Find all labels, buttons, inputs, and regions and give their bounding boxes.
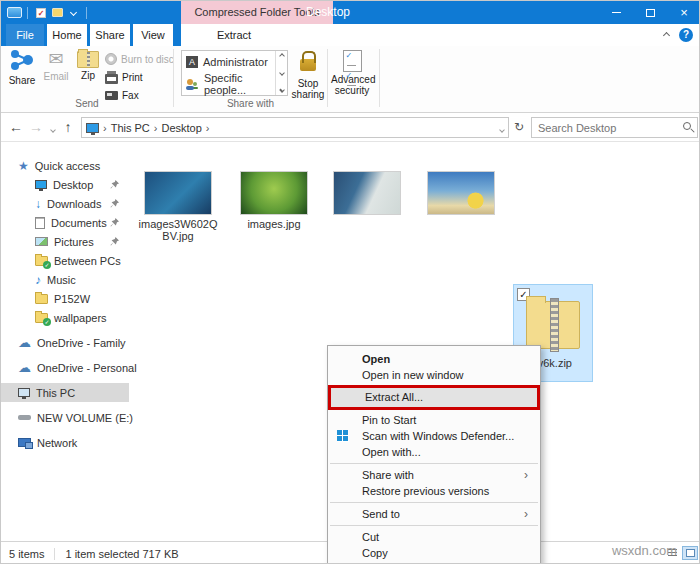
forward-button[interactable]: → (27, 113, 45, 142)
sidebar-item-documents[interactable]: Documents (1, 213, 129, 232)
image-thumbnail (333, 171, 401, 215)
refresh-button[interactable]: ↻ (511, 113, 527, 142)
windows-defender-icon (337, 430, 349, 442)
sidebar-item-onedrive-personal[interactable]: ☁ OneDrive - Personal (1, 358, 129, 377)
sidebar-item-downloads[interactable]: ↓ Downloads (1, 194, 129, 213)
menu-item-cut[interactable]: Cut (328, 529, 540, 545)
search-box (531, 117, 698, 138)
up-button[interactable]: ↑ (59, 113, 77, 142)
breadcrumb-this-pc[interactable]: This PC (111, 122, 150, 134)
breadcrumb[interactable]: › This PC › Desktop › (81, 117, 509, 138)
lock-icon (300, 59, 316, 71)
help-icon[interactable]: ? (679, 28, 693, 42)
menu-item-restore-previous-versions[interactable]: Restore previous versions (328, 483, 540, 499)
menu-item-extract-all[interactable]: Extract All... (331, 388, 537, 407)
sidebar-item-wallpapers[interactable]: wallpapers (1, 308, 129, 327)
sidebar-item-desktop[interactable]: Desktop (1, 175, 129, 194)
new-folder-qat-button[interactable] (49, 6, 65, 20)
large-icons-view-button[interactable] (682, 546, 698, 560)
disc-icon (105, 53, 117, 65)
sidebar-item-label: Music (47, 274, 76, 286)
sidebar-item-quick-access[interactable]: ★ Quick access (1, 156, 129, 175)
file-tile-images-jpg[interactable]: images.jpg (231, 171, 317, 230)
network-icon (18, 438, 31, 447)
submenu-arrow-icon: › (524, 467, 528, 483)
sidebar-item-network[interactable]: Network (1, 433, 129, 452)
file-tile-images3w602qbv[interactable]: images3W602QBV.jpg (135, 171, 221, 242)
maximize-button[interactable] (633, 1, 667, 24)
ribbon-separator (327, 49, 328, 107)
menu-item-label: Send to (362, 508, 400, 520)
burn-to-disc-label: Burn to disc (121, 54, 174, 65)
share-with-administrator[interactable]: A Administrator (182, 51, 287, 73)
navigation-pane: ★ Quick access Desktop ↓ Downloads Docum… (1, 142, 129, 541)
print-button[interactable]: Print (105, 69, 143, 85)
back-button[interactable]: ← (7, 113, 25, 142)
sidebar-item-pictures[interactable]: Pictures (1, 232, 129, 251)
tab-extract[interactable]: Extract (197, 24, 271, 46)
sidebar-item-this-pc[interactable]: This PC (1, 383, 129, 402)
desktop-icon (35, 180, 47, 189)
zip-button[interactable]: Zip (73, 49, 103, 81)
zip-label: Zip (73, 70, 103, 81)
pin-icon (110, 218, 119, 227)
email-button[interactable]: ✉ Email (41, 49, 71, 82)
close-icon: × (680, 1, 688, 24)
scroll-up-icon (279, 53, 285, 59)
menu-item-send-to[interactable]: Send to › (328, 506, 540, 522)
search-icon[interactable] (683, 122, 691, 130)
share-button[interactable]: Share (7, 49, 37, 86)
file-tile-hidden-1[interactable] (327, 171, 407, 218)
menu-item-open[interactable]: Open (328, 351, 540, 367)
menu-item-open-with[interactable]: Open with... (328, 444, 540, 460)
close-button[interactable]: × (667, 1, 700, 24)
synced-folder-icon (35, 256, 48, 266)
this-pc-icon (86, 123, 99, 133)
address-dropdown-button[interactable] (500, 122, 504, 134)
tab-file[interactable]: File (6, 24, 44, 46)
explorer-window: ✓ Compressed Folder Tools Desktop × File… (0, 0, 700, 564)
minimize-button[interactable] (599, 1, 633, 24)
sidebar-item-onedrive-family[interactable]: ☁ OneDrive - Family (1, 333, 129, 352)
sidebar-item-new-volume[interactable]: NEW VOLUME (E:) (1, 408, 129, 427)
context-menu: Open Open in new window Extract All... P… (327, 345, 541, 564)
administrator-label: Administrator (203, 56, 268, 68)
advanced-security-button[interactable]: ✓✓ Advanced security (331, 49, 373, 96)
menu-item-scan-with-windows-defender[interactable]: Scan with Windows Defender... (328, 428, 540, 444)
breadcrumb-separator: › (154, 122, 158, 134)
scroll-more-icon (279, 87, 285, 93)
customize-qat-button[interactable] (65, 6, 81, 20)
properties-qat-button[interactable]: ✓ (33, 6, 49, 20)
menu-separator (330, 463, 538, 464)
listbox-scrollbar[interactable] (275, 51, 287, 95)
sidebar-item-label: This PC (36, 387, 75, 399)
file-tile-hidden-2[interactable] (421, 171, 501, 218)
menu-item-label: Scan with Windows Defender... (362, 430, 514, 442)
sidebar-item-label: P152W (54, 293, 90, 305)
large-icons-view-icon (686, 549, 695, 557)
share-with-specific-people[interactable]: Specific people... (182, 73, 287, 95)
tab-view[interactable]: View (133, 24, 173, 46)
pin-icon (110, 180, 119, 189)
menu-item-share-with[interactable]: Share with › (328, 467, 540, 483)
menu-item-copy[interactable]: Copy (328, 545, 540, 561)
burn-to-disc-button[interactable]: Burn to disc (105, 51, 174, 67)
breadcrumb-desktop[interactable]: Desktop (161, 122, 201, 134)
menu-item-pin-to-start[interactable]: Pin to Start (328, 412, 540, 428)
search-input[interactable] (538, 119, 678, 136)
synced-folder-icon (35, 313, 48, 323)
minimize-ribbon-icon[interactable] (663, 31, 670, 38)
tab-share[interactable]: Share (90, 24, 130, 46)
sidebar-item-music[interactable]: ♪ Music (1, 270, 129, 289)
recent-locations-button[interactable] (47, 113, 59, 142)
tab-home[interactable]: Home (47, 24, 87, 46)
menu-item-open-in-new-window[interactable]: Open in new window (328, 367, 540, 383)
share-with-list: A Administrator Specific people... (181, 50, 288, 96)
new-folder-icon (52, 8, 63, 17)
divider (86, 7, 87, 19)
sidebar-item-between-pcs[interactable]: Between PCs (1, 251, 129, 270)
zip-folder-icon (526, 301, 580, 349)
properties-check-icon: ✓ (36, 8, 46, 18)
stop-sharing-button[interactable]: Stop sharing (289, 49, 327, 100)
sidebar-item-p152w[interactable]: P152W (1, 289, 129, 308)
